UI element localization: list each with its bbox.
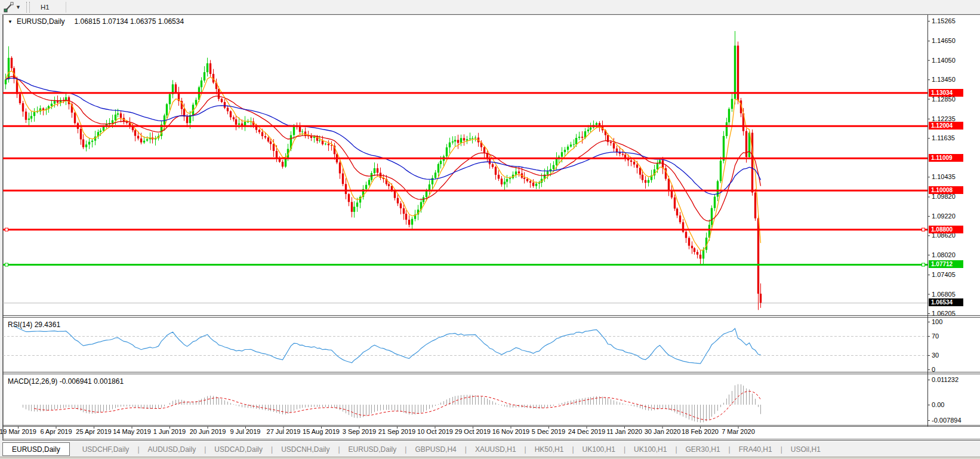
symbol-tab-12-fra40-h1[interactable]: FRA40,H1 xyxy=(731,442,780,456)
candle-body xyxy=(564,150,566,152)
candle-body xyxy=(166,104,168,116)
candle-body xyxy=(230,111,232,117)
candle-body xyxy=(671,190,673,198)
candle-body xyxy=(304,131,306,135)
candle-body xyxy=(258,130,260,133)
candle-body xyxy=(556,158,557,165)
symbol-tab-9-uk100-h1[interactable]: UK100,H1 xyxy=(575,442,623,456)
candle-body xyxy=(374,168,375,173)
candle-body xyxy=(446,147,448,156)
candle-body xyxy=(697,252,698,255)
candle-body xyxy=(261,132,263,136)
candle-body xyxy=(356,202,358,207)
candle-body xyxy=(633,162,635,165)
candle-body xyxy=(645,180,646,183)
candle-body xyxy=(526,179,528,181)
candle-body xyxy=(466,139,468,140)
candle-body xyxy=(82,140,84,147)
candle-body xyxy=(264,136,266,137)
candle-body xyxy=(5,79,7,84)
candle-body xyxy=(471,138,473,138)
candle-body xyxy=(506,179,508,182)
candle-body xyxy=(270,141,272,144)
candle-body xyxy=(348,194,350,202)
candle-body xyxy=(702,250,704,259)
candle-body xyxy=(630,161,632,162)
candle-body xyxy=(636,165,638,168)
candle-body xyxy=(134,130,136,135)
symbol-tab-5-eurusd-daily[interactable]: EURUSD,Daily xyxy=(341,442,405,456)
symbol-tab-1-usdchf-daily[interactable]: USDCHF,Daily xyxy=(75,442,137,456)
candle-body xyxy=(33,112,35,116)
candle-body xyxy=(616,149,618,152)
candle-body xyxy=(547,171,548,174)
symbol-tab-2-audusd-daily[interactable]: AUDUSD,Daily xyxy=(140,442,204,456)
symbol-tab-13-usoil-h1[interactable]: USOil,H1 xyxy=(783,442,828,456)
candle-body xyxy=(717,181,719,197)
level-handle[interactable] xyxy=(5,263,8,266)
candle-body xyxy=(457,140,459,143)
candle-body xyxy=(273,144,275,151)
candle-body xyxy=(293,127,295,135)
candle-body xyxy=(218,89,220,98)
candle-body xyxy=(204,72,205,81)
symbol-tab-8-hk50-h1[interactable]: HK50,H1 xyxy=(527,442,572,456)
candle-body xyxy=(504,182,506,184)
candle-body xyxy=(51,104,53,106)
candle-body xyxy=(610,142,612,143)
candle-body xyxy=(515,171,517,174)
candle-body xyxy=(685,232,687,238)
candle-body xyxy=(345,184,347,194)
candle-body xyxy=(699,255,701,259)
candle-body xyxy=(501,178,503,184)
candle-body xyxy=(397,198,399,204)
candle-body xyxy=(674,198,676,209)
candle-body xyxy=(11,58,13,68)
candle-body xyxy=(676,209,678,216)
level-handle[interactable] xyxy=(922,263,925,266)
candle-body xyxy=(553,165,554,170)
candle-body xyxy=(301,131,303,132)
candle-body xyxy=(460,138,462,143)
candle-body xyxy=(723,136,725,161)
candle-body xyxy=(74,113,76,124)
symbol-tab-4-usdcnh-daily[interactable]: USDCNH,Daily xyxy=(273,442,337,456)
candle-body xyxy=(567,147,569,150)
candle-body xyxy=(581,137,583,138)
candle-body xyxy=(578,137,580,138)
candle-body xyxy=(734,45,736,98)
candle-body xyxy=(561,152,563,157)
symbol-tab-6-gbpusd-h4[interactable]: GBPUSD,H4 xyxy=(407,442,464,456)
level-handle[interactable] xyxy=(5,228,8,231)
candle-body xyxy=(403,208,405,214)
symbol-tab-7-xauusd-h1[interactable]: XAUUSD,H1 xyxy=(467,442,524,456)
candle-body xyxy=(276,151,278,158)
symbol-tab-3-usdcad-daily[interactable]: USDCAD,Daily xyxy=(207,442,270,456)
candle-body xyxy=(175,84,177,93)
candle-body xyxy=(483,147,485,153)
level-handle[interactable] xyxy=(922,228,925,231)
candle-body xyxy=(639,168,641,175)
candle-body xyxy=(751,133,753,192)
symbol-tab-0-eurusd-daily[interactable]: EURUSD,Daily xyxy=(2,442,70,456)
candle-body xyxy=(408,220,410,225)
candle-body xyxy=(235,119,237,125)
candle-body xyxy=(570,144,572,146)
symbol-tab-11-ger30-h1[interactable]: GER30,H1 xyxy=(678,442,728,456)
chart-canvas[interactable] xyxy=(0,0,980,459)
symbol-tab-10-uk100-h1[interactable]: UK100,H1 xyxy=(626,442,674,456)
candle-body xyxy=(394,190,396,198)
candle-body xyxy=(282,162,283,167)
candle-body xyxy=(668,178,670,190)
symbol-tab-bar: EURUSD,DailyUSDCHF,Daily|AUDUSD,Daily|US… xyxy=(2,442,828,456)
candle-body xyxy=(590,128,591,130)
candle-body xyxy=(575,138,577,144)
candle-body xyxy=(85,144,87,147)
candle-body xyxy=(731,99,733,109)
candle-body xyxy=(120,113,122,118)
candle-body xyxy=(221,99,223,102)
candle-body xyxy=(365,185,367,189)
candle-body xyxy=(351,202,353,212)
candle-body xyxy=(523,178,525,179)
candle-body xyxy=(688,238,690,246)
